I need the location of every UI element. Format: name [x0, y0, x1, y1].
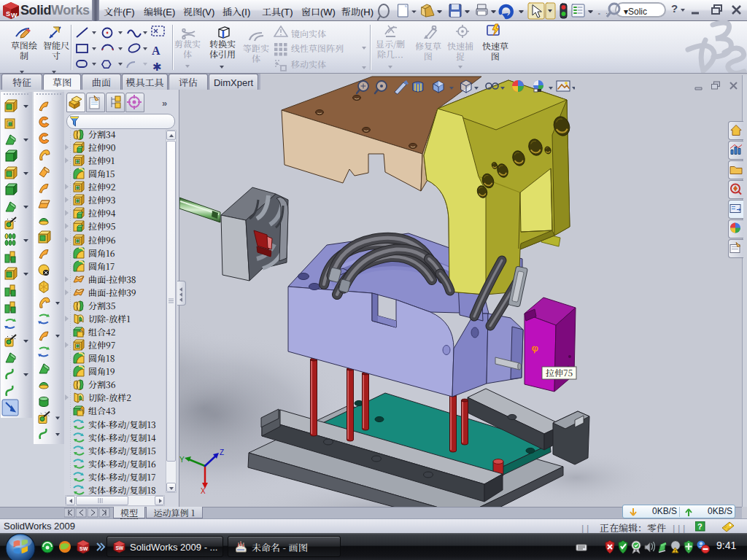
svg-text:SW: SW	[115, 544, 123, 551]
svg-text:SW: SW	[80, 545, 88, 552]
svg-text:✱: ✱	[152, 58, 162, 74]
svg-text:?: ?	[697, 522, 703, 531]
svg-text:!: !	[675, 548, 676, 554]
svg-text:X: X	[201, 487, 206, 495]
svg-text:Y: Y	[179, 456, 185, 464]
svg-text:A: A	[152, 44, 160, 57]
svg-text:拉伸75: 拉伸75	[546, 366, 573, 378]
svg-text:S: S	[6, 10, 10, 18]
svg-text:Z: Z	[220, 448, 224, 456]
svg-text:W: W	[11, 12, 18, 19]
